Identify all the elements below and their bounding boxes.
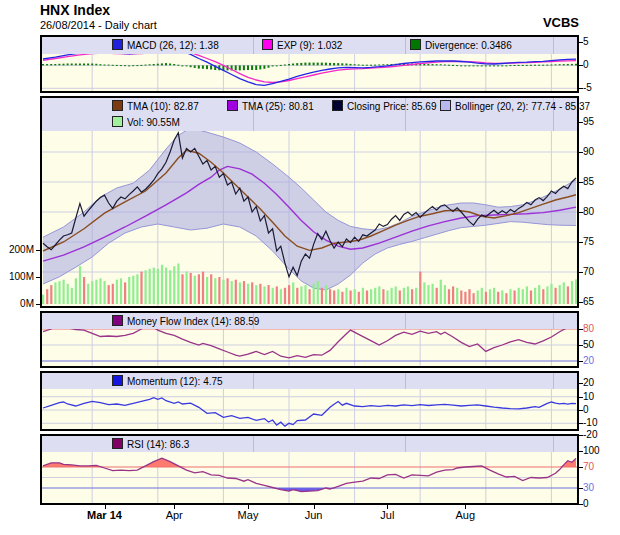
- axis-tick-label: 90: [583, 146, 594, 157]
- axis-tick-label: 5: [583, 36, 589, 47]
- legend-label: TMA (10): 82.87: [127, 101, 199, 112]
- legend-separator: [553, 373, 554, 389]
- axis-tick-label: 70: [583, 266, 594, 277]
- momentum-panel: Momentum (12): 4.75: [40, 371, 579, 431]
- legend-label: EXP (9): 1.032: [277, 40, 342, 51]
- axis-tick-label: 0: [583, 498, 589, 509]
- legend-swatch-icon: [262, 39, 273, 50]
- axis-tick: [36, 277, 40, 278]
- legend-strip: RSI (14): 86.3: [42, 436, 577, 452]
- axis-tick-label: 10: [583, 391, 594, 402]
- legend-item: Bollinger (20, 2): 77.74 - 85.37: [440, 98, 590, 115]
- x-axis-month-label: Jul: [380, 509, 394, 521]
- axis-tick-label: -5: [583, 82, 592, 93]
- x-axis-month-label: May: [238, 509, 259, 521]
- legend-label: RSI (14): 86.3: [127, 439, 189, 450]
- axis-tick-label: 20: [583, 377, 594, 388]
- x-axis-month-label: Aug: [456, 509, 476, 521]
- mfi-panel: Money Flow Index (14): 88.59: [40, 311, 579, 368]
- legend-item: MACD (26, 12): 1.38: [112, 37, 219, 54]
- legend-separator: [253, 373, 254, 389]
- axis-tick-label: 30: [583, 482, 594, 493]
- axis-tick-label: 65: [583, 296, 594, 307]
- legend-label: Divergence: 0.3486: [425, 40, 512, 51]
- axis-tick-label: 50: [583, 339, 594, 350]
- chart-subtitle: 26/08/2014 - Daily chart: [40, 19, 157, 31]
- legend-label: Closing Price: 85.69: [347, 101, 437, 112]
- volume-tick-label: 200M: [0, 244, 34, 255]
- axis-tick: [36, 250, 40, 251]
- axis-tick-label: 0: [583, 404, 589, 415]
- volume-tick-label: 100M: [0, 271, 34, 282]
- axis-tick-label: -10: [583, 417, 597, 428]
- legend-label: Bollinger (20, 2): 77.74 - 85.37: [455, 101, 590, 112]
- x-axis-month-label: Jun: [305, 509, 323, 521]
- x-axis-month-label: Mar 14: [87, 509, 122, 521]
- axis-tick-label: 20: [583, 355, 594, 366]
- legend-swatch-icon: [112, 375, 123, 386]
- legend-separator: [553, 313, 554, 329]
- legend-separator: [405, 313, 406, 329]
- legend-label: Money Flow Index (14): 88.59: [127, 316, 259, 327]
- legend-swatch-icon: [440, 100, 451, 111]
- legend-separator: [405, 373, 406, 389]
- axis-tick: [36, 304, 40, 305]
- legend-separator: [405, 436, 406, 452]
- legend-strip: TMA (10): 82.87TMA (25): 80.81Closing Pr…: [42, 98, 577, 131]
- legend-item: Divergence: 0.3486: [410, 37, 512, 54]
- legend-swatch-icon: [332, 100, 343, 111]
- axis-tick-label: 100: [583, 445, 600, 456]
- legend-item: TMA (10): 82.87: [112, 98, 199, 115]
- legend-strip: MACD (26, 12): 1.38EXP (9): 1.032Diverge…: [42, 37, 577, 54]
- legend-separator: [253, 37, 254, 54]
- legend-separator: [405, 37, 406, 54]
- legend-separator: [253, 436, 254, 452]
- axis-tick-label: 85: [583, 176, 594, 187]
- volume-tick-label: 0M: [0, 298, 34, 309]
- axis-tick-label: -20: [583, 429, 597, 440]
- brand-logo: VCBS: [543, 15, 579, 30]
- hnx-daily-chart: HNX Index 26/08/2014 - Daily chart VCBS …: [0, 0, 620, 535]
- legend-label: MACD (26, 12): 1.38: [127, 40, 219, 51]
- price-panel: TMA (10): 82.87TMA (25): 80.81Closing Pr…: [40, 96, 579, 308]
- legend-item: Vol: 90.55M: [112, 114, 180, 131]
- axis-tick-label: 75: [583, 236, 594, 247]
- legend-strip: Money Flow Index (14): 88.59: [42, 313, 577, 329]
- page-title: HNX Index: [40, 2, 110, 18]
- legend-swatch-icon: [410, 39, 421, 50]
- legend-item: Money Flow Index (14): 88.59: [112, 313, 259, 330]
- axis-tick-label: 80: [583, 323, 594, 334]
- legend-swatch-icon: [112, 100, 123, 111]
- legend-swatch-icon: [112, 116, 123, 127]
- axis-tick-label: 0: [583, 59, 589, 70]
- legend-item: EXP (9): 1.032: [262, 37, 342, 54]
- macd-panel: MACD (26, 12): 1.38EXP (9): 1.032Diverge…: [40, 35, 579, 93]
- legend-strip: Momentum (12): 4.75: [42, 373, 577, 389]
- legend-label: Momentum (12): 4.75: [127, 376, 223, 387]
- axis-tick-label: 70: [583, 461, 594, 472]
- legend-item: Closing Price: 85.69: [332, 98, 437, 115]
- legend-item: TMA (25): 80.81: [227, 98, 314, 115]
- rsi-panel: RSI (14): 86.3: [40, 434, 579, 505]
- legend-label: Vol: 90.55M: [127, 117, 180, 128]
- legend-separator: [553, 436, 554, 452]
- legend-swatch-icon: [112, 438, 123, 449]
- legend-swatch-icon: [112, 315, 123, 326]
- legend-item: RSI (14): 86.3: [112, 436, 189, 453]
- x-axis-month-label: Apr: [166, 509, 183, 521]
- axis-tick-label: 80: [583, 206, 594, 217]
- legend-label: TMA (25): 80.81: [242, 101, 314, 112]
- legend-item: Momentum (12): 4.75: [112, 373, 223, 390]
- axis-tick-label: 95: [583, 116, 594, 127]
- legend-swatch-icon: [227, 100, 238, 111]
- legend-separator: [553, 37, 554, 54]
- legend-swatch-icon: [112, 39, 123, 50]
